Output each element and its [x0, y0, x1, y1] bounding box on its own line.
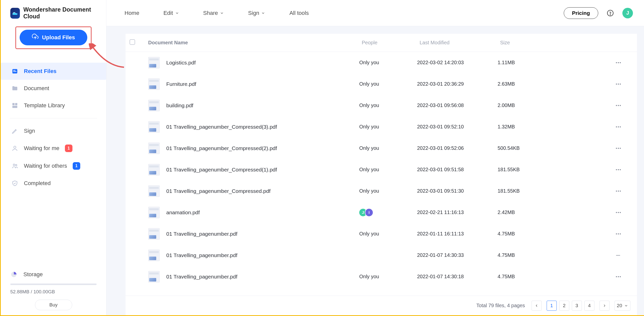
topnav-home[interactable]: Home	[125, 10, 139, 16]
svg-point-13	[618, 62, 619, 63]
svg-point-15	[616, 83, 617, 84]
doc-cell: anamation.pdf	[148, 207, 359, 218]
doc-name[interactable]: 01 Travelling_pagenumber.pdf	[166, 274, 237, 280]
svg-rect-1	[13, 70, 16, 71]
doc-cell: Furniture.pdf	[148, 78, 359, 90]
help-icon	[607, 10, 614, 17]
topnav-share[interactable]: Share	[203, 10, 224, 16]
svg-point-38	[620, 233, 621, 234]
svg-rect-3	[12, 103, 15, 105]
row-more-button[interactable]	[608, 273, 628, 280]
row-more-button[interactable]	[608, 188, 628, 194]
pagination-pagesize[interactable]: 20	[615, 301, 630, 311]
table-body[interactable]: Logistics.pdfOnly you2022-03-02 14:20:03…	[126, 52, 637, 296]
doc-cell: 01 Travelling_pagenumber_Compressed(3).p…	[148, 121, 359, 133]
size-cell: 4.75MB	[498, 231, 608, 237]
sidebar-item-waiting-for-me[interactable]: Waiting for me 1	[1, 139, 106, 157]
doc-name[interactable]: anamation.pdf	[166, 209, 200, 216]
sidebar-item-document[interactable]: Document	[1, 80, 106, 97]
sidebar-item-label: Recent Files	[24, 68, 57, 75]
pagination-footer: Total 79 files, 4 pages 1234 20	[126, 296, 637, 315]
brand-logo-icon	[10, 8, 20, 19]
table-row[interactable]: 01 Travelling_pagenumber.pdfOnly you2022…	[126, 223, 634, 244]
brand: Wondershare Document Cloud	[1, 0, 106, 25]
col-modified[interactable]: Last Modified	[420, 40, 500, 46]
row-more-button[interactable]	[608, 231, 628, 237]
svg-point-14	[620, 62, 621, 63]
row-more-button[interactable]	[608, 124, 628, 130]
file-panel: Document Name People Last Modified Size …	[126, 34, 637, 315]
table-row[interactable]: 01 Travelling_pagenumber_Compressed(1).p…	[126, 159, 634, 180]
table-row[interactable]: 01 Travelling_pagenumber_Compressed.pdfO…	[126, 180, 634, 202]
table-row[interactable]: 01 Travelling_pagenumber_Compressed(2).p…	[126, 137, 634, 159]
pagination-prev[interactable]	[532, 301, 542, 311]
doc-name[interactable]: 01 Travelling_pagenumber_Compressed(3).p…	[166, 124, 277, 130]
svg-point-25	[618, 148, 619, 149]
modified-cell: 2022-01-07 14:30:18	[417, 274, 498, 279]
topnav-sign[interactable]: Sign	[248, 10, 265, 16]
buy-button[interactable]: Buy	[35, 300, 72, 310]
col-size[interactable]: Size	[500, 40, 611, 46]
topnav-all-tools[interactable]: All tools	[289, 10, 309, 16]
doc-name[interactable]: 01 Travelling_pagenumber_Compressed(2).p…	[166, 145, 277, 151]
col-people[interactable]: People	[362, 40, 420, 46]
user-avatar[interactable]: J	[622, 8, 633, 18]
doc-name[interactable]: Furniture.pdf	[166, 81, 196, 87]
row-more-button[interactable]	[608, 166, 628, 173]
doc-name[interactable]: 01 Travelling_pagenumber.pdf	[166, 231, 237, 237]
topnav-edit[interactable]: Edit	[164, 10, 179, 16]
doc-name[interactable]: 01 Travelling_pagenumber.pdf	[166, 252, 237, 258]
size-cell: 500.54KB	[498, 145, 608, 151]
table-row[interactable]: Furniture.pdfOnly you2022-03-01 20:36:29…	[126, 73, 634, 95]
people-text: Only you	[359, 60, 417, 65]
sidebar-item-completed[interactable]: Completed	[1, 175, 106, 192]
sidebar-item-waiting-for-others[interactable]: Waiting for others 1	[1, 157, 106, 175]
row-more-button[interactable]	[608, 81, 628, 87]
sidebar-item-recent-files[interactable]: Recent Files	[1, 63, 106, 80]
modified-cell: 2022-03-02 14:20:03	[417, 60, 498, 65]
pricing-button[interactable]: Pricing	[564, 7, 598, 19]
table-row[interactable]: Logistics.pdfOnly you2022-03-02 14:20:03…	[126, 52, 634, 73]
storage-block: Storage 52.88MB / 100.00GB Buy	[1, 271, 106, 315]
topnav: Home Edit Share Sign All tools	[125, 10, 309, 16]
storage-label: Storage	[23, 271, 43, 278]
people-avatars: JI	[359, 209, 417, 216]
table-row[interactable]: 01 Travelling_pagenumber.pdfOnly you2022…	[126, 266, 634, 287]
svg-point-24	[616, 148, 617, 149]
svg-point-37	[618, 233, 619, 234]
storage-bar	[10, 284, 97, 285]
svg-point-31	[618, 190, 619, 191]
table-row[interactable]: 01 Travelling_pagenumber_Compressed(3).p…	[126, 116, 634, 137]
pagination-page-4[interactable]: 4	[584, 301, 594, 311]
row-more-button[interactable]	[608, 209, 628, 216]
select-all-checkbox[interactable]	[130, 39, 135, 45]
svg-point-32	[620, 190, 621, 191]
sidebar-item-template-library[interactable]: Template Library	[1, 97, 106, 114]
modified-cell: 2022-03-01 09:52:06	[417, 145, 498, 151]
size-cell: 4.75MB	[498, 252, 608, 258]
table-row[interactable]: 01 Travelling_pagenumber.pdf2022-01-07 1…	[126, 244, 634, 266]
main: Home Edit Share Sign All tools Pricing J…	[106, 0, 644, 315]
doc-name[interactable]: Logistics.pdf	[166, 60, 196, 66]
sidebar-item-sign[interactable]: Sign	[1, 122, 106, 139]
row-more-button[interactable]	[608, 145, 628, 152]
doc-name[interactable]: 01 Travelling_pagenumber_Compressed.pdf	[166, 188, 270, 194]
recent-files-icon	[11, 68, 18, 75]
col-name[interactable]: Document Name	[148, 40, 362, 46]
pagination-page-1[interactable]: 1	[547, 301, 557, 311]
sidebar-item-label: Document	[24, 85, 49, 92]
pagination-page-3[interactable]: 3	[572, 301, 582, 311]
storage-pie-icon	[10, 271, 17, 278]
svg-point-7	[13, 164, 15, 166]
doc-name[interactable]: building.pdf	[166, 102, 193, 109]
sidebar-nav: Recent Files Document Template Library S…	[1, 63, 106, 192]
help-button[interactable]	[606, 9, 615, 18]
row-more-button[interactable]	[608, 102, 628, 109]
row-more-button[interactable]	[608, 59, 628, 66]
pagination-page-2[interactable]: 2	[559, 301, 569, 311]
pagination-next[interactable]	[599, 301, 610, 311]
doc-name[interactable]: 01 Travelling_pagenumber_Compressed(1).p…	[166, 167, 277, 173]
table-row[interactable]: anamation.pdfJI2022-02-21 11:16:132.42MB	[126, 202, 634, 223]
upload-files-button[interactable]: Upload Files	[20, 30, 87, 45]
table-row[interactable]: building.pdfOnly you2022-03-01 09:56:082…	[126, 95, 634, 116]
